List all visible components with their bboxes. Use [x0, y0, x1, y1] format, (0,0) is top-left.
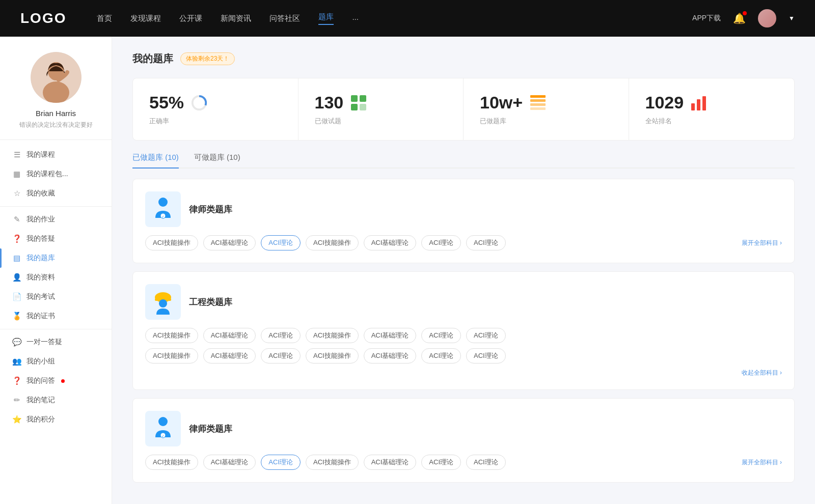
- tab-done-banks[interactable]: 已做题库 (10): [132, 153, 179, 167]
- nav-home[interactable]: 首页: [97, 14, 112, 23]
- sidebar-item-coursepackage[interactable]: ▦ 我的课程包...: [0, 164, 112, 184]
- nav-questionbank[interactable]: 题库: [318, 12, 334, 25]
- expand-link-3[interactable]: 展开全部科目 ›: [742, 458, 782, 467]
- tag-1-4[interactable]: ACI基础理论: [364, 235, 417, 250]
- tag-1-0[interactable]: ACI技能操作: [145, 235, 198, 250]
- sidebar-label-exam: 我的考试: [26, 292, 55, 301]
- tag-3-3[interactable]: ACI技能操作: [306, 455, 359, 470]
- certificate-icon: 🏅: [12, 312, 21, 321]
- sidebar-label-mycourse: 我的课程: [26, 150, 55, 159]
- tag-2-2[interactable]: ACI理论: [261, 328, 301, 343]
- user-dropdown-arrow[interactable]: ▼: [789, 15, 795, 22]
- svg-rect-13: [530, 107, 546, 110]
- sidebar-item-1on1qa[interactable]: 💬 一对一答疑: [0, 332, 112, 352]
- tag-2-1[interactable]: ACI基础理论: [203, 328, 256, 343]
- sidebar-item-myqa[interactable]: ❓ 我的答疑: [0, 229, 112, 248]
- tag-2-6[interactable]: ACI理论: [466, 328, 506, 343]
- lawyer-icon-2: ✓: [145, 411, 181, 446]
- sidebar: Brian Harris 错误的决定比没有决定要好 ☰ 我的课程 ▦ 我的课程包…: [0, 37, 112, 504]
- trial-badge: 体验剩余23天！: [180, 52, 235, 65]
- collapse-link-2: 收起全部科目 ›: [145, 369, 782, 377]
- sidebar-item-questions[interactable]: ❓ 我的问答: [0, 371, 112, 390]
- stats-row: 55% 正确率 130: [132, 78, 795, 141]
- tag-1-2[interactable]: ACI理论: [261, 235, 301, 250]
- navbar-right: APP下载 🔔 ▼: [692, 9, 795, 27]
- page-header: 我的题库 体验剩余23天！: [132, 52, 795, 66]
- nav-discover[interactable]: 发现课程: [130, 14, 161, 23]
- tag-1-5[interactable]: ACI理论: [421, 235, 461, 250]
- tag-1-1[interactable]: ACI基础理论: [203, 235, 256, 250]
- sidebar-label-groups: 我的小组: [26, 357, 55, 366]
- user-avatar-nav[interactable]: [758, 9, 776, 27]
- tag-2-0[interactable]: ACI技能操作: [145, 328, 198, 343]
- tag-3-6[interactable]: ACI理论: [466, 455, 506, 470]
- bank-title-1: 律师类题库: [189, 204, 232, 215]
- app-download-button[interactable]: APP下载: [692, 14, 721, 23]
- nav-qa[interactable]: 问答社区: [269, 14, 300, 23]
- sidebar-item-mycourse[interactable]: ☰ 我的课程: [0, 145, 112, 164]
- stat-top-accuracy: 55%: [149, 93, 282, 113]
- expand-link-1[interactable]: 展开全部科目 ›: [742, 239, 782, 247]
- tag-3-1[interactable]: ACI基础理论: [203, 455, 256, 470]
- tag-2b-0[interactable]: ACI技能操作: [145, 348, 198, 363]
- tag-3-4[interactable]: ACI基础理论: [364, 455, 417, 470]
- stat-top-rank: 1029: [645, 93, 778, 113]
- donut-chart-icon: [190, 94, 208, 112]
- svg-text:✓: ✓: [161, 215, 165, 218]
- logo[interactable]: LOGO: [20, 10, 66, 26]
- stat-label-accuracy: 正确率: [149, 117, 282, 126]
- svg-point-5: [196, 99, 203, 106]
- main-content: 我的题库 体验剩余23天！ 55% 正确率: [112, 37, 815, 504]
- profile-section: Brian Harris 错误的决定比没有决定要好: [0, 52, 112, 140]
- tag-3-5[interactable]: ACI理论: [421, 455, 461, 470]
- sidebar-item-points[interactable]: ⭐ 我的积分: [0, 410, 112, 429]
- nav-menu: 首页 发现课程 公开课 新闻资讯 问答社区 题库 ···: [97, 12, 692, 25]
- tag-2-5[interactable]: ACI理论: [421, 328, 461, 343]
- page-title: 我的题库: [132, 52, 173, 66]
- tag-2b-6[interactable]: ACI理论: [466, 348, 506, 363]
- tag-3-0[interactable]: ACI技能操作: [145, 455, 198, 470]
- svg-point-22: [159, 299, 167, 307]
- table-orange-icon: [529, 94, 547, 112]
- coursepackage-icon: ▦: [12, 170, 21, 179]
- tag-2b-5[interactable]: ACI理论: [421, 348, 461, 363]
- tag-2b-2[interactable]: ACI理论: [261, 348, 301, 363]
- sidebar-item-questionbank[interactable]: ▤ 我的题库: [0, 248, 112, 268]
- sidebar-label-notes: 我的笔记: [26, 396, 55, 405]
- tags-row-1: ACI技能操作 ACI基础理论 ACI理论 ACI技能操作 ACI基础理论 AC…: [145, 235, 737, 250]
- stat-value-questions: 130: [315, 93, 344, 113]
- tag-2-3[interactable]: ACI技能操作: [306, 328, 359, 343]
- sidebar-item-notes[interactable]: ✏ 我的笔记: [0, 390, 112, 410]
- sidebar-item-favorites[interactable]: ☆ 我的收藏: [0, 184, 112, 203]
- tag-2b-4[interactable]: ACI基础理论: [364, 348, 417, 363]
- nav-more[interactable]: ···: [352, 14, 359, 23]
- sidebar-item-homework[interactable]: ✎ 我的作业: [0, 210, 112, 229]
- page-wrapper: Brian Harris 错误的决定比没有决定要好 ☰ 我的课程 ▦ 我的课程包…: [0, 37, 815, 504]
- tag-2b-1[interactable]: ACI基础理论: [203, 348, 256, 363]
- mycourse-icon: ☰: [12, 150, 21, 159]
- sidebar-label-homework: 我的作业: [26, 215, 55, 224]
- collapse-link-text-2[interactable]: 收起全部科目 ›: [742, 369, 782, 377]
- stat-rank: 1029 全站排名: [629, 78, 795, 140]
- sidebar-item-profile[interactable]: 👤 我的资料: [0, 268, 112, 287]
- tag-2-4[interactable]: ACI基础理论: [364, 328, 417, 343]
- bank-card-header-2: 工程类题库: [145, 284, 782, 320]
- sidebar-item-certificate[interactable]: 🏅 我的证书: [0, 306, 112, 326]
- avatar-image: [758, 9, 776, 27]
- svg-rect-8: [351, 104, 358, 110]
- tag-1-6[interactable]: ACI理论: [466, 235, 506, 250]
- groups-icon: 👥: [12, 357, 21, 366]
- sidebar-item-groups[interactable]: 👥 我的小组: [0, 352, 112, 371]
- tag-3-2[interactable]: ACI理论: [261, 455, 301, 470]
- tag-1-3[interactable]: ACI技能操作: [306, 235, 359, 250]
- svg-rect-16: [702, 96, 706, 110]
- stat-value-rank: 1029: [645, 93, 684, 113]
- stat-label-rank: 全站排名: [645, 117, 778, 126]
- nav-news[interactable]: 新闻资讯: [221, 14, 251, 23]
- lawyer-icon: ✓: [145, 191, 181, 227]
- tag-2b-3[interactable]: ACI技能操作: [306, 348, 359, 363]
- sidebar-item-exam[interactable]: 📄 我的考试: [0, 287, 112, 306]
- nav-mooc[interactable]: 公开课: [179, 14, 202, 23]
- notification-bell-icon[interactable]: 🔔: [733, 12, 746, 24]
- tab-available-banks[interactable]: 可做题库 (10): [194, 153, 240, 167]
